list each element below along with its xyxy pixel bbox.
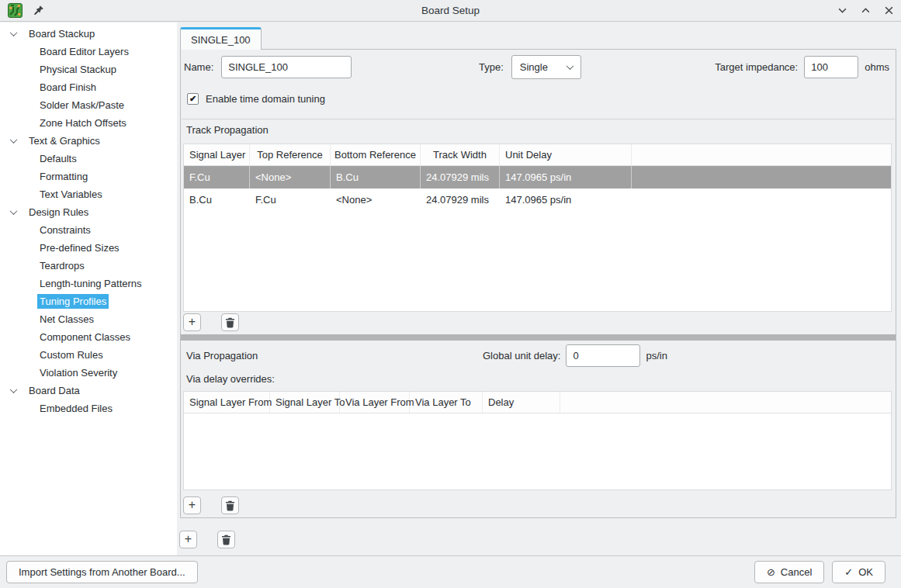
tab-label: SINGLE_100 [191,34,251,46]
column-header: Bottom Reference [331,144,421,165]
chevron-down-icon [566,62,574,70]
sidebar-item-label: Board Stackup [26,26,97,41]
sidebar-item-label: Component Classes [37,330,133,344]
name-input[interactable] [221,56,352,78]
ok-button[interactable]: ✓ OK [832,561,885,583]
table-cell[interactable]: 147.0965 ps/in [500,189,632,211]
delete-profile-button[interactable] [217,531,235,548]
section-divider [182,119,895,119]
sidebar-item-teardrops[interactable]: Teardrops [0,257,177,275]
import-settings-button[interactable]: Import Settings from Another Board... [6,561,198,583]
table-row[interactable]: B.CuF.Cu<None>24.07929 mils147.0965 ps/i… [184,189,891,211]
sidebar-item-net-classes[interactable]: Net Classes [0,310,177,328]
chevron-down-icon[interactable] [0,388,26,393]
footer-buttons: ⊘ Cancel ✓ OK [754,561,885,583]
via-delay-overrides-label: Via delay overrides: [186,373,275,385]
titlebar[interactable]: Board Setup [0,0,901,22]
sidebar-item-pre-defined-sizes[interactable]: Pre-defined Sizes [0,239,177,257]
table-cell[interactable]: B.Cu [331,166,421,189]
global-unit-delay-input[interactable] [566,344,640,367]
dialog-footer: Import Settings from Another Board... ⊘ … [0,555,901,588]
sidebar-item-violation-severity[interactable]: Violation Severity [0,364,177,382]
table-cell[interactable]: F.Cu [250,189,331,211]
type-label: Type: [479,61,504,73]
add-track-row-button[interactable]: + [183,313,201,331]
minimize-button[interactable] [836,5,848,17]
target-impedance-label: Target impedance: [715,61,798,73]
add-via-override-button[interactable]: + [183,496,201,514]
table-cell[interactable]: B.Cu [184,189,250,211]
sidebar-item-zone-hatch-offsets[interactable]: Zone Hatch Offsets [0,114,177,132]
enable-time-domain-checkbox[interactable]: ✔ [187,93,199,105]
sidebar-item-label: Teardrops [37,258,87,273]
plus-icon: + [185,533,192,545]
sidebar-item-label: Defaults [37,151,79,166]
name-label: Name: [184,61,213,73]
check-icon: ✔ [189,95,196,103]
window-title: Board Setup [0,5,901,16]
target-impedance-unit: ohms [865,61,889,73]
table-row[interactable]: F.Cu<None>B.Cu24.07929 mils147.0965 ps/i… [184,166,891,189]
chevron-down-icon[interactable] [0,209,26,215]
sidebar-item-board-finish[interactable]: Board Finish [0,78,177,96]
sidebar-item-board-data[interactable]: Board Data [0,382,177,399]
via-propagation-title: Via Propagation [186,350,258,361]
chevron-down-icon[interactable] [0,138,26,144]
add-profile-button[interactable]: + [179,531,197,548]
trash-icon [225,317,235,328]
close-icon [884,5,894,16]
column-header: Signal Layer To [270,392,340,413]
target-impedance-input[interactable] [804,56,858,78]
track-propagation-table: Signal LayerTop ReferenceBottom Referenc… [183,144,892,312]
sidebar-item-board-editor-layers[interactable]: Board Editor Layers [0,43,177,61]
delete-via-override-button[interactable] [221,496,239,514]
sidebar-item-text-graphics[interactable]: Text & Graphics [0,132,177,150]
track-propagation-title: Track Propagation [186,124,269,136]
sidebar-item-solder-mask-paste[interactable]: Solder Mask/Paste [0,96,177,114]
sidebar-item-label: Text Variables [37,187,105,202]
sidebar-item-text-variables[interactable]: Text Variables [0,185,177,203]
table-cell[interactable]: <None> [331,189,421,211]
pane-splitter[interactable] [181,334,896,341]
sidebar-item-length-tuning-patterns[interactable]: Length-tuning Patterns [0,275,177,292]
sidebar-item-formatting[interactable]: Formatting [0,168,177,185]
tuning-profile-panel: Name: Type: Single Target impedance: ohm… [180,49,896,518]
type-select[interactable]: Single [511,55,581,79]
sidebar-item-label: Physical Stackup [37,62,119,77]
sidebar-item-label: Formatting [37,169,90,184]
table-cell[interactable]: 24.07929 mils [421,189,500,211]
sidebar-item-component-classes[interactable]: Component Classes [0,328,177,346]
check-icon: ✓ [844,567,853,577]
sidebar-item-label: Solder Mask/Paste [37,98,126,112]
column-header: Top Reference [250,144,331,165]
sidebar-item-label: Constraints [37,223,93,237]
column-header: Via Layer From [340,392,410,413]
delete-track-row-button[interactable] [221,313,239,331]
sidebar-item-physical-stackup[interactable]: Physical Stackup [0,61,177,78]
table-cell[interactable]: <None> [250,166,331,189]
plus-icon: + [189,316,196,328]
maximize-button[interactable] [859,5,872,17]
chevron-up-icon [861,5,871,16]
close-button[interactable] [882,5,895,17]
cancel-icon: ⊘ [767,567,775,577]
sidebar-item-embedded-files[interactable]: Embedded Files [0,399,177,417]
cancel-button[interactable]: ⊘ Cancel [754,561,824,583]
sidebar-item-label: Board Data [26,383,82,398]
sidebar-item-constraints[interactable]: Constraints [0,221,177,239]
table-cell[interactable]: F.Cu [184,166,250,189]
sidebar-item-design-rules[interactable]: Design Rules [0,203,177,221]
tab-single-100[interactable]: SINGLE_100 [180,27,262,50]
table-cell[interactable]: 24.07929 mils [421,166,500,189]
global-unit-delay-unit: ps/in [646,350,667,361]
sidebar-item-label: Zone Hatch Offsets [37,116,129,130]
table-cell[interactable]: 147.0965 ps/in [500,166,632,189]
track-table-actions: + [183,313,239,331]
kicad-pcb-icon [8,3,23,19]
sidebar-item-board-stackup[interactable]: Board Stackup [0,25,177,43]
sidebar-item-custom-rules[interactable]: Custom Rules [0,346,177,364]
chevron-down-icon[interactable] [0,31,26,36]
sidebar-item-defaults[interactable]: Defaults [0,150,177,168]
type-select-value: Single [520,61,548,73]
sidebar-item-tuning-profiles[interactable]: Tuning Profiles [0,292,177,310]
